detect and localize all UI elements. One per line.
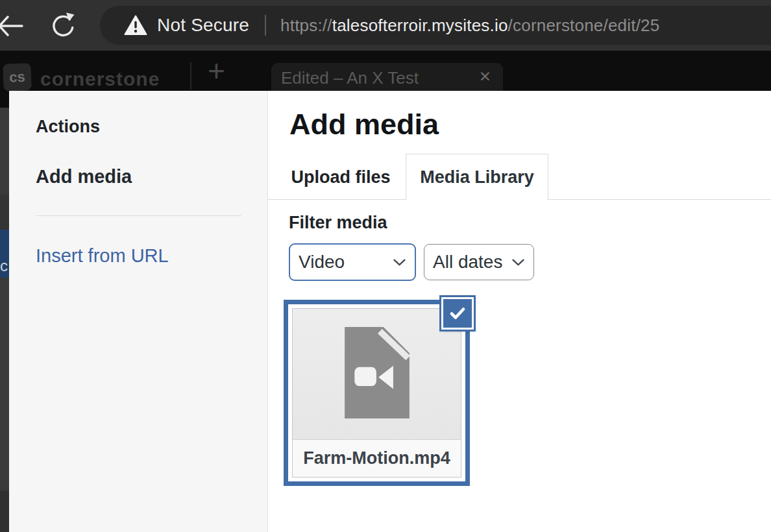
chevron-down-icon [393,258,406,267]
header-divider [190,62,191,90]
selected-check-icon[interactable] [441,297,474,330]
screen: Not Secure https://talesofterroir.mysite… [0,0,771,532]
sidebar-heading: Actions [36,117,100,137]
editor-tab-close-icon[interactable]: ✕ [479,68,491,86]
dialog-title: Add media [289,108,439,141]
rail-segment [0,195,9,230]
tab-upload-files[interactable]: Upload files [289,154,393,200]
dialog-sidebar: Actions Add media Insert from URL [9,91,268,532]
brand-wordmark: cornerstone [40,68,160,90]
url-path: /cornerstone/edit/25 [508,16,660,35]
back-icon[interactable] [0,14,25,38]
date-filter-value: All dates [433,252,502,272]
sidebar-item-add-media[interactable]: Add media [36,166,132,187]
editor-tab-title: Edited – An X Test [281,68,419,88]
add-media-dialog: Actions Add media Insert from URL Add me… [9,91,771,532]
reload-icon[interactable] [49,11,78,40]
address-divider [265,15,266,36]
rail-badge: c [0,230,9,278]
url-text[interactable]: https://talesofterroir.mysites.io/corner… [280,16,659,36]
editor-tab[interactable]: Edited – An X Test ✕ [271,63,503,91]
cornerstone-logo-icon[interactable]: cs [3,63,31,91]
tab-router-line [548,199,771,200]
media-filename: Farm-Motion.mp4 [293,439,461,477]
browser-toolbar: Not Secure https://talesofterroir.mysite… [0,0,771,51]
left-rail: c [0,91,9,532]
new-tab-button[interactable]: + [208,56,225,86]
address-bar[interactable]: Not Secure https://talesofterroir.mysite… [100,6,771,45]
security-label[interactable]: Not Secure [157,15,249,36]
media-thumbnail [293,309,461,439]
tab-media-library[interactable]: Media Library [406,154,548,200]
app-header: cs cornerstone + Edited – An X Test ✕ [0,51,771,91]
sidebar-divider [36,215,241,216]
rail-segment [0,91,9,108]
media-attachment-frame: Farm-Motion.mp4 [288,304,465,481]
url-domain: talesofterroir.mysites.io [332,16,508,35]
media-type-value: Video [299,252,345,272]
rail-segment [0,490,9,532]
date-filter-select[interactable]: All dates [424,244,534,280]
media-attachment-content: Farm-Motion.mp4 [292,308,461,478]
media-type-select[interactable]: Video [289,243,416,281]
chevron-down-icon [511,258,525,267]
video-file-icon [345,327,410,421]
url-scheme: https:// [280,16,332,35]
filter-media-heading: Filter media [289,213,387,233]
sidebar-item-insert-from-url[interactable]: Insert from URL [36,245,169,267]
not-secure-warning-icon [124,15,147,36]
